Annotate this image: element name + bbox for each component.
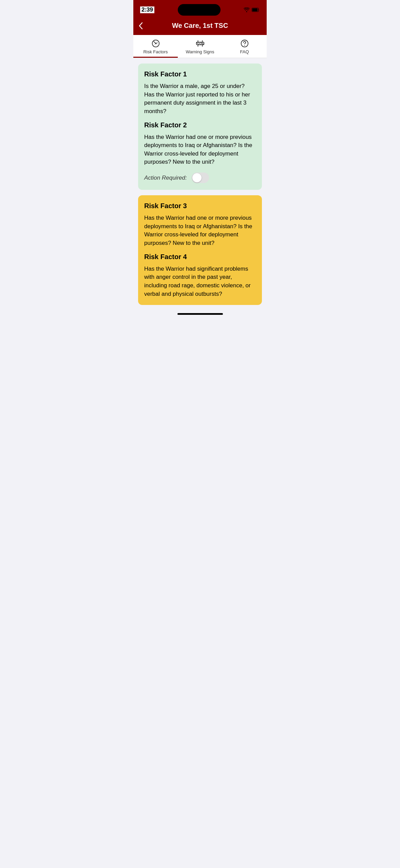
risk-factor-2-body: Has the Warrior had one or more previous… xyxy=(144,133,256,167)
tab-risk-factors[interactable]: Risk Factors xyxy=(133,35,178,58)
home-bar xyxy=(177,313,223,315)
risk-factor-3-title: Risk Factor 3 xyxy=(144,202,256,210)
back-button[interactable] xyxy=(139,22,143,30)
barrier-icon xyxy=(196,39,205,48)
risk-factor-card-1: Risk Factor 1 Is the Warrior a male, age… xyxy=(138,64,262,190)
tab-faq[interactable]: FAQ xyxy=(222,35,267,58)
risk-factor-1-body: Is the Warrior a male, age 25 or under? … xyxy=(144,82,256,116)
svg-rect-1 xyxy=(252,8,258,12)
risk-factor-4-title: Risk Factor 4 xyxy=(144,253,256,261)
risk-factor-card-2: Risk Factor 3 Has the Warrior had one or… xyxy=(138,195,262,305)
tab-warning-signs-label: Warning Signs xyxy=(186,49,214,54)
nav-header: We Care, 1st TSC xyxy=(133,18,267,35)
svg-point-10 xyxy=(244,45,245,46)
tab-bar: Risk Factors Warning Signs FAQ xyxy=(133,35,267,58)
risk-factor-4-body: Has the Warrior had significant problems… xyxy=(144,265,256,299)
status-bar: 2:39 xyxy=(133,0,267,18)
action-required-toggle[interactable] xyxy=(192,173,209,183)
action-required-label: Action Required: xyxy=(144,175,187,181)
content-area: Risk Factor 1 Is the Warrior a male, age… xyxy=(133,58,267,310)
tab-warning-signs[interactable]: Warning Signs xyxy=(178,35,222,58)
risk-factor-3-body: Has the Warrior had one or more previous… xyxy=(144,214,256,248)
risk-factor-2-title: Risk Factor 2 xyxy=(144,121,256,129)
gauge-icon xyxy=(151,39,160,48)
tab-faq-label: FAQ xyxy=(240,49,249,54)
action-required-row: Action Required: xyxy=(144,173,256,183)
svg-point-3 xyxy=(155,43,156,44)
risk-factor-1-title: Risk Factor 1 xyxy=(144,70,256,78)
toggle-knob xyxy=(192,173,202,182)
battery-icon xyxy=(252,7,260,12)
faq-icon xyxy=(240,39,249,48)
status-time: 2:39 xyxy=(140,6,154,13)
page-title: We Care, 1st TSC xyxy=(172,22,228,30)
wifi-icon xyxy=(244,7,250,12)
home-indicator xyxy=(133,310,267,318)
status-icons xyxy=(244,7,260,12)
dynamic-island xyxy=(178,4,221,16)
tab-risk-factors-label: Risk Factors xyxy=(143,49,168,54)
